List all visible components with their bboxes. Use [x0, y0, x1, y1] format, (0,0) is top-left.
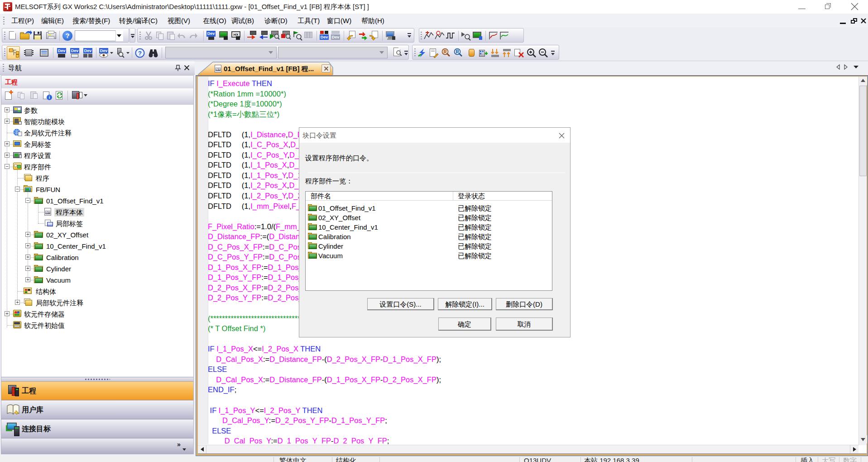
svg-text:R: R — [456, 49, 459, 54]
svg-text:R: R — [443, 49, 447, 54]
svg-text:?: ? — [138, 50, 142, 57]
